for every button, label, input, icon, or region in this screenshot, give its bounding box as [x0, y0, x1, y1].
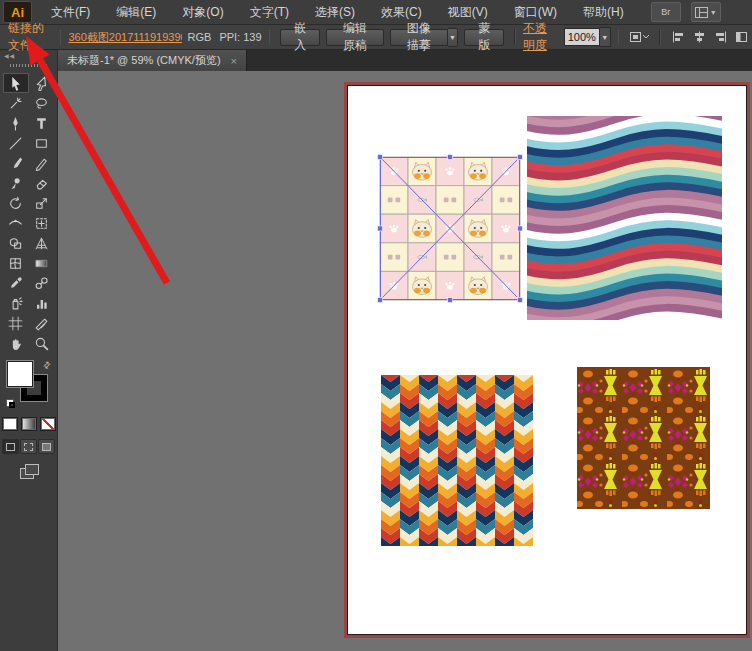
image-trace-dropdown-arrow[interactable]: ▼	[448, 28, 459, 47]
gradient-button[interactable]	[21, 417, 37, 431]
tool-gradient[interactable]	[29, 253, 55, 273]
magic-wand-icon	[8, 96, 23, 111]
shape-builder-icon	[8, 236, 23, 251]
tool-perspective-grid[interactable]	[29, 233, 55, 253]
tool-grid	[0, 71, 57, 353]
pen-icon	[8, 116, 23, 131]
drawing-mode-buttons	[0, 439, 57, 454]
tool-direct-selection[interactable]	[29, 73, 55, 93]
tool-width[interactable]	[3, 213, 29, 233]
tool-pen[interactable]	[3, 113, 29, 133]
pencil-icon	[34, 156, 49, 171]
tool-type[interactable]	[29, 113, 55, 133]
scale-icon	[34, 196, 49, 211]
tool-blob-brush[interactable]	[3, 173, 29, 193]
free-transform-icon	[34, 216, 49, 231]
screen-mode-button[interactable]	[20, 464, 38, 479]
artboard-icon	[8, 316, 23, 331]
edit-original-button[interactable]: 编辑原稿	[326, 29, 384, 46]
tab-bar: ◀◀ 未标题-1* @ 59% (CMYK/预览) ×	[0, 50, 752, 71]
tool-lasso[interactable]	[29, 93, 55, 113]
align-center-icon[interactable]	[692, 30, 707, 44]
blend-icon	[34, 276, 49, 291]
bridge-button[interactable]: Br	[651, 2, 681, 22]
rectangle-icon	[34, 136, 49, 151]
separator	[618, 29, 620, 45]
menubar-icons: Br ▼	[651, 2, 721, 22]
draw-behind-button[interactable]	[20, 439, 37, 454]
menu-item-8[interactable]: 帮助(H)	[570, 0, 637, 24]
tool-eyedropper[interactable]	[3, 273, 29, 293]
tool-symbol-sprayer[interactable]	[3, 293, 29, 313]
color-mode-label: RGB	[188, 31, 212, 43]
document-tab-title: 未标题-1* @ 59% (CMYK/预览)	[67, 53, 221, 68]
draw-normal-button[interactable]	[2, 439, 19, 454]
tool-paintbrush[interactable]	[3, 153, 29, 173]
tab-close-icon[interactable]: ×	[231, 55, 237, 67]
color-button[interactable]	[2, 417, 18, 431]
tool-blend[interactable]	[29, 273, 55, 293]
image-trace-button[interactable]: 图像描摹	[390, 29, 448, 46]
linked-file-name[interactable]: 360截图20171119193909095...	[68, 30, 181, 45]
artboard-bleed-border	[344, 82, 750, 638]
swap-fill-stroke-icon[interactable]: ⇄	[41, 359, 53, 371]
placed-image-cat-pattern-selected[interactable]	[380, 157, 520, 300]
fill-stroke-swatches: ⇄	[6, 361, 51, 407]
placed-image-wave-stripes-pattern[interactable]	[527, 116, 722, 320]
workspace-switcher[interactable]: ▼	[691, 2, 721, 22]
rotate-icon	[8, 196, 23, 211]
align-left-icon[interactable]	[671, 30, 686, 44]
tool-rotate[interactable]	[3, 193, 29, 213]
tool-slice[interactable]	[29, 313, 55, 333]
none-button[interactable]	[40, 417, 56, 431]
style-options-button[interactable]	[629, 30, 649, 44]
context-label: 链接的文件	[8, 20, 53, 54]
menu-item-1[interactable]: 编辑(E)	[103, 0, 169, 24]
opacity-label[interactable]: 不透明度	[523, 20, 559, 54]
opacity-dropdown-arrow[interactable]: ▼	[600, 27, 611, 47]
document-tab[interactable]: 未标题-1* @ 59% (CMYK/预览) ×	[58, 50, 247, 71]
symbol-sprayer-icon	[8, 296, 23, 311]
column-graph-icon	[34, 296, 49, 311]
tool-pencil[interactable]	[29, 153, 55, 173]
slice-icon	[34, 316, 49, 331]
tool-eraser[interactable]	[29, 173, 55, 193]
tool-scale[interactable]	[29, 193, 55, 213]
placed-image-chevron-pattern[interactable]	[381, 375, 533, 546]
selection-icon	[8, 76, 23, 91]
panel-drag-handle[interactable]	[10, 64, 47, 67]
width-icon	[8, 216, 23, 231]
zoom-icon	[34, 336, 49, 351]
tool-hand[interactable]	[3, 333, 29, 353]
tool-rectangle[interactable]	[29, 133, 55, 153]
paint-style-buttons	[0, 417, 57, 431]
tool-artboard[interactable]	[3, 313, 29, 333]
draw-inside-button[interactable]	[38, 439, 55, 454]
tool-mesh[interactable]	[3, 253, 29, 273]
tool-magic-wand[interactable]	[3, 93, 29, 113]
mesh-icon	[8, 256, 23, 271]
menu-item-2[interactable]: 对象(O)	[169, 0, 236, 24]
embed-button[interactable]: 嵌入	[280, 29, 320, 46]
opacity-value-combo[interactable]: 100%	[564, 28, 600, 46]
mask-button[interactable]: 蒙版	[464, 29, 504, 46]
tools-panel: ⇄	[0, 71, 58, 651]
tool-free-transform[interactable]	[29, 213, 55, 233]
align-panel-icon[interactable]	[734, 30, 749, 44]
tool-selection[interactable]	[3, 73, 29, 93]
blob-brush-icon	[8, 176, 23, 191]
separator	[659, 29, 661, 45]
tool-zoom[interactable]	[29, 333, 55, 353]
tool-column-graph[interactable]	[29, 293, 55, 313]
fill-color-swatch[interactable]	[7, 361, 33, 387]
default-fill-stroke-icon[interactable]	[6, 399, 16, 409]
artboard	[347, 85, 747, 635]
direct-selection-icon	[34, 76, 49, 91]
separator	[269, 29, 271, 45]
tool-shape-builder[interactable]	[3, 233, 29, 253]
tool-line-segment[interactable]	[3, 133, 29, 153]
gradient-icon	[34, 256, 49, 271]
ppi-value: 139	[243, 31, 261, 43]
placed-image-damask-pattern[interactable]	[577, 367, 710, 509]
align-right-icon[interactable]	[713, 30, 728, 44]
